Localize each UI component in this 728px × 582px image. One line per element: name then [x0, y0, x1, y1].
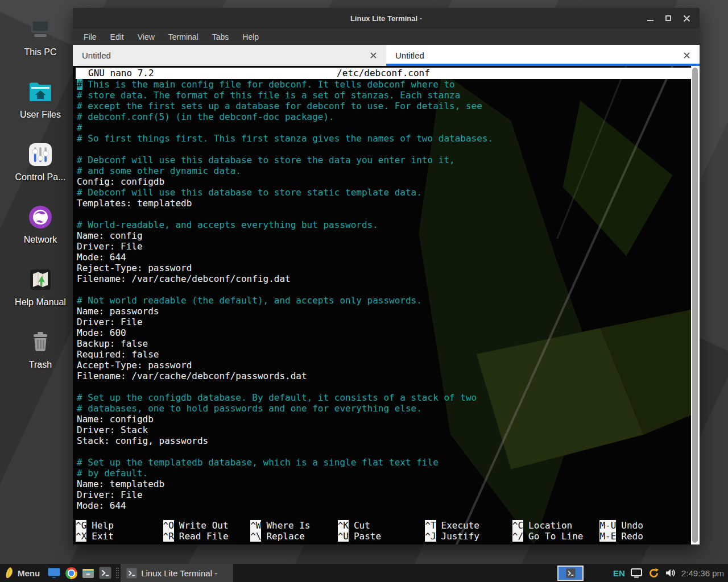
clock[interactable]: 2:49:36 pm [681, 568, 724, 578]
terminal-line: Name: passwords [77, 306, 687, 317]
menu-item-help[interactable]: Help [242, 32, 259, 41]
terminal-scrollbar[interactable] [691, 66, 700, 544]
nano-shortcut-row-2: ^XExit^RRead File^\Replace^UPaste^JJusti… [76, 531, 687, 542]
menu-item-tabs[interactable]: Tabs [212, 32, 229, 41]
archive-box-icon [82, 567, 94, 579]
terminal-line: # World-readable, and accepts everything… [77, 219, 687, 230]
terminal-line: # Set up the templatedb database, which … [77, 457, 687, 468]
tab-close-icon[interactable] [370, 52, 377, 59]
terminal-line: Reject-Type: password [77, 263, 687, 273]
desktop-icon-control-panel[interactable]: Control Pa... [9, 141, 72, 186]
nano-shortcut: ^/Go To Line [512, 531, 600, 542]
terminal-line: Templates: templatedb [77, 198, 687, 209]
terminal-icon [99, 567, 111, 579]
display-tray-icon[interactable] [631, 568, 642, 578]
sliders-icon [27, 141, 54, 168]
nano-shortcut: ^RRead File [163, 531, 251, 542]
menu-item-view[interactable]: View [138, 32, 155, 41]
menu-item-edit[interactable]: Edit [110, 32, 124, 41]
minimize-button[interactable] [646, 14, 654, 22]
nano-file-path: /etc/debconf.conf [76, 68, 691, 79]
tab-close-icon[interactable] [683, 52, 690, 59]
drag-dots-icon [116, 568, 119, 578]
globe-icon [27, 203, 54, 231]
nano-shortcut-row-1: ^GHelp^OWrite Out^WWhere Is^KCut^TExecut… [76, 520, 687, 531]
keyboard-layout-indicator[interactable]: EN [613, 568, 625, 578]
terminal-view[interactable]: GNU nano 7.2 /etc/debconf.conf # This is… [73, 66, 700, 544]
taskbar-window-button[interactable]: Linux Lite Terminal - [121, 564, 233, 582]
terminal-line: Driver: File [77, 317, 687, 327]
terminal-line: # by default. [77, 468, 687, 479]
desktop-icon-user-files[interactable]: User Files [9, 78, 72, 124]
text-cursor: # [77, 79, 82, 90]
terminal-line: Required: false [77, 349, 687, 360]
terminal-line: # [77, 122, 687, 133]
linux-lite-logo-icon [5, 567, 14, 579]
launcher-archive-manager[interactable] [80, 564, 97, 582]
maximize-icon [665, 15, 671, 21]
terminal-line: Filename: /var/cache/debconf/passwords.d… [77, 371, 687, 381]
terminal-line: # debconf.conf(5) (in the debconf-doc pa… [77, 111, 687, 122]
terminal-line [77, 446, 687, 457]
system-tray: EN 2:49:36 pm [613, 567, 728, 579]
launcher-desktop-settings[interactable] [46, 564, 63, 582]
map-arrow-icon [27, 266, 54, 293]
launcher-chrome[interactable] [63, 564, 80, 582]
terminal-line: # Debconf will use this database to stor… [77, 155, 687, 165]
update-notifier-icon[interactable] [648, 567, 660, 579]
terminal-line: Filename: /var/cache/debconf/config.dat [77, 273, 687, 284]
terminal-icon [126, 568, 137, 579]
trash-can-icon [27, 329, 54, 356]
desktop-icon-trash[interactable]: Trash [9, 329, 72, 374]
terminal-line [77, 284, 687, 295]
terminal-line: Name: config [77, 230, 687, 241]
maximize-button[interactable] [664, 14, 672, 22]
nano-shortcut: ^\Replace [250, 531, 338, 542]
nano-shortcut: ^CLocation [512, 520, 600, 531]
tab-untitled-2[interactable]: Untitled [386, 45, 700, 66]
terminal-line: # So first things first. This first stan… [77, 133, 687, 144]
launcher-terminal[interactable] [97, 564, 114, 582]
nano-shortcut: ^XExit [76, 531, 163, 542]
desktop: This PC User Files [0, 0, 728, 582]
panel-drag-handle[interactable] [114, 564, 121, 582]
terminal-line: # except the first sets up a database fo… [77, 101, 687, 111]
terminal-line [77, 209, 687, 219]
terminal-line: Stack: config, passwords [77, 435, 687, 446]
nano-shortcut-bar: ^GHelp^OWrite Out^WWhere Is^KCut^TExecut… [76, 520, 687, 542]
tab-untitled-1[interactable]: Untitled [73, 45, 386, 66]
nano-shortcut: ^KCut [338, 520, 425, 531]
terminal-icon [566, 568, 576, 578]
desktop-icon-help-manual[interactable]: Help Manual [9, 266, 72, 311]
nano-shortcut: ^JJustify [425, 531, 512, 542]
terminal-line: # and some other dynamic data. [77, 165, 687, 176]
window-title: Linux Lite Terminal - [73, 14, 700, 23]
close-button[interactable] [682, 14, 690, 22]
desktop-icon-label: Network [24, 235, 57, 245]
terminal-line [77, 144, 687, 155]
editor-text-area[interactable]: # This is the main config file for debco… [77, 79, 687, 511]
desktop-icon-label: User Files [20, 110, 61, 120]
nano-shortcut: ^UPaste [338, 531, 425, 542]
terminal-line: Mode: 644 [77, 500, 687, 511]
desktop-icon-this-pc[interactable]: This PC [9, 16, 72, 61]
window-buttons [646, 14, 700, 22]
nano-shortcut: ^WWhere Is [250, 520, 338, 531]
terminal-line: Driver: File [77, 489, 687, 500]
terminal-line: # This is the main config file for debco… [77, 79, 687, 90]
desktop-icon-column: This PC User Files [9, 16, 72, 374]
terminal-line: # Set up the configdb database. By defau… [77, 392, 687, 403]
desktop-icon-network[interactable]: Network [9, 203, 72, 249]
terminal-line: # Not world readable (the default), and … [77, 295, 687, 306]
window-titlebar[interactable]: Linux Lite Terminal - [73, 8, 700, 28]
menu-item-terminal[interactable]: Terminal [168, 32, 198, 41]
nano-shortcut: ^OWrite Out [163, 520, 251, 531]
menu-item-file[interactable]: File [84, 32, 97, 41]
nano-shortcut: M-UUndo [599, 520, 687, 531]
start-menu-button[interactable]: Menu [0, 564, 46, 582]
volume-icon[interactable] [665, 568, 676, 577]
workspace-pager[interactable] [557, 566, 584, 581]
scrollbar-thumb[interactable] [692, 68, 698, 543]
terminal-window: Linux Lite Terminal - FileEditViewTermin… [73, 8, 700, 544]
terminal-line [77, 381, 687, 392]
